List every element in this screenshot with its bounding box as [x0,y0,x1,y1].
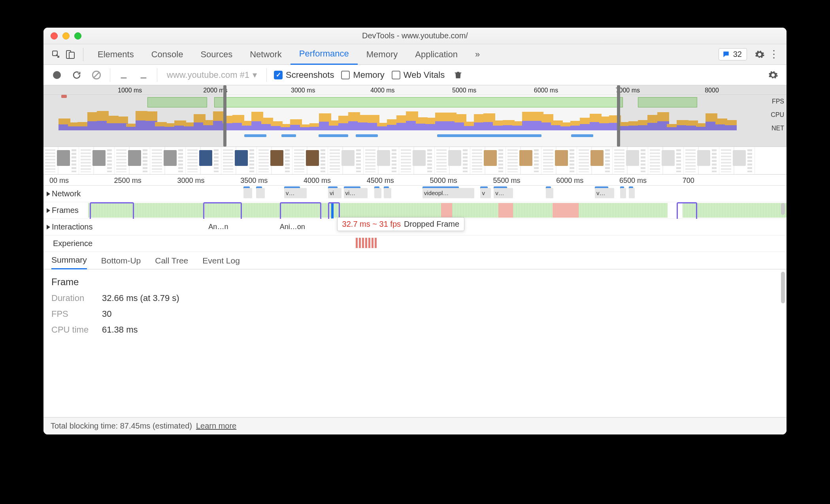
messages-count: 32 [733,50,742,59]
summary-key: CPU time [51,325,95,335]
footer-bar: Total blocking time: 87.45ms (estimated)… [43,417,787,434]
network-request[interactable]: videopl… [423,188,475,198]
capture-settings-icon[interactable] [767,69,779,81]
filmstrip-thumb[interactable] [115,147,150,175]
window-title: DevTools - www.youtube.com/ [43,31,787,40]
device-toolbar-icon[interactable] [63,47,77,62]
filmstrip-thumb[interactable] [399,147,435,175]
delete-icon[interactable] [452,69,464,81]
network-request[interactable]: vi… [344,188,368,198]
record-button[interactable] [51,69,63,81]
web-vitals-checkbox[interactable]: Web Vitals [392,70,445,80]
network-request[interactable] [384,188,391,198]
tab-memory[interactable]: Memory [358,44,406,65]
interaction-label[interactable]: Ani…on [280,223,305,231]
tab-sources[interactable]: Sources [192,44,241,65]
traffic-lights [43,32,81,39]
track-network: Network v…vivi…videopl…vv…v… [43,186,787,202]
overview-handle-right[interactable] [617,85,620,147]
network-request[interactable]: v… [284,188,306,198]
filmstrip-thumb[interactable] [435,147,470,175]
filmstrip-thumb[interactable] [541,147,577,175]
details-tab-summary[interactable]: Summary [51,252,87,269]
tracks-scrollbar[interactable] [781,203,785,215]
devtools-window: DevTools - www.youtube.com/ ElementsCons… [43,28,787,434]
close-window-button[interactable] [51,32,58,39]
detail-ruler: 00 ms2500 ms3000 ms3500 ms4000 ms4500 ms… [43,175,787,186]
filmstrip-thumb[interactable] [43,147,79,175]
panel-tabs: ElementsConsoleSourcesNetworkPerformance… [43,44,787,65]
network-request[interactable] [243,188,253,198]
performance-toolbar: www.youtube.com #1▾ Screenshots Memory W… [43,65,787,85]
network-request[interactable] [629,188,635,198]
filmstrip-thumb[interactable] [684,147,719,175]
filmstrip-thumb[interactable] [79,147,115,175]
filmstrip-thumb[interactable] [150,147,186,175]
filmstrip-thumb[interactable] [613,147,648,175]
reload-button[interactable] [70,69,83,81]
chevron-down-icon: ▾ [253,70,257,80]
summary-key: Duration [51,293,95,303]
filmstrip-thumb[interactable] [257,147,292,175]
tab-performance[interactable]: Performance [290,44,358,65]
filmstrip-thumb[interactable] [648,147,684,175]
overview-lane-labels: FPS CPU NET [771,95,784,135]
inspect-element-icon[interactable] [49,47,63,62]
track-interactions: Interactions An…nAni…on 32.7 ms ~ 31 fps… [43,219,787,235]
filmstrip-thumb[interactable] [364,147,399,175]
network-request[interactable] [374,188,382,198]
interaction-label[interactable]: An…n [208,223,228,231]
filmstrip-thumb[interactable] [292,147,328,175]
messages-badge[interactable]: 32 [719,48,747,60]
filmstrip-thumb[interactable] [506,147,541,175]
details-tabs: SummaryBottom-UpCall TreeEvent Log [43,252,787,269]
screenshots-checkbox[interactable]: Screenshots [274,70,334,80]
titlebar: DevTools - www.youtube.com/ [43,28,787,44]
tab-overflow[interactable]: » [466,44,489,65]
load-profile-icon[interactable] [117,69,130,81]
network-request[interactable]: v [480,188,490,198]
details-tab-event-log[interactable]: Event Log [202,252,240,269]
filmstrip-thumb[interactable] [221,147,257,175]
tab-elements[interactable]: Elements [89,44,143,65]
network-request[interactable]: vi [328,188,341,198]
zoom-window-button[interactable] [74,32,81,39]
details-tab-call-tree[interactable]: Call Tree [155,252,188,269]
clear-button[interactable] [90,69,103,81]
summary-key: FPS [51,309,95,319]
summary-value: 30 [102,309,111,319]
overview-mask-right [619,85,787,147]
svg-rect-2 [69,52,74,58]
learn-more-link[interactable]: Learn more [196,421,236,431]
more-menu-icon[interactable]: ⋮ [767,47,781,62]
tab-network[interactable]: Network [241,44,290,65]
memory-checkbox[interactable]: Memory [341,70,384,80]
filmstrip-thumb[interactable] [328,147,364,175]
network-request[interactable]: v… [494,188,513,198]
frame-tooltip: 32.7 ms ~ 31 fpsDropped Frame [337,217,464,231]
flamechart-tracks[interactable]: Network v…vivi…videopl…vv…v… Frames Inte… [43,186,787,252]
summary-panel: Frame Duration32.66 ms (at 3.79 s)FPS30C… [43,269,787,417]
save-profile-icon[interactable] [137,69,150,81]
settings-icon[interactable] [753,47,767,62]
network-request[interactable] [546,188,553,198]
tab-console[interactable]: Console [143,44,192,65]
recording-selector[interactable]: www.youtube.com #1▾ [164,70,259,80]
filmstrip-thumb[interactable] [470,147,506,175]
overview-handle-left[interactable] [223,85,226,147]
tab-application[interactable]: Application [406,44,466,65]
filmstrip-thumb[interactable] [577,147,613,175]
minimize-window-button[interactable] [62,32,70,39]
network-request[interactable] [620,188,626,198]
network-request[interactable] [256,188,265,198]
summary-scrollbar[interactable] [781,272,785,303]
details-tab-bottom-up[interactable]: Bottom-Up [101,252,141,269]
expand-icon [47,192,50,196]
filmstrip-thumb[interactable] [186,147,221,175]
filmstrip-thumb[interactable] [719,147,755,175]
network-request[interactable]: v… [595,188,614,198]
overview-mask-left [43,85,226,147]
expand-icon [47,208,50,213]
overview-timeline[interactable]: 1000 ms2000 ms3000 ms4000 ms5000 ms6000 … [43,85,787,147]
screenshot-filmstrip[interactable] [43,147,787,175]
